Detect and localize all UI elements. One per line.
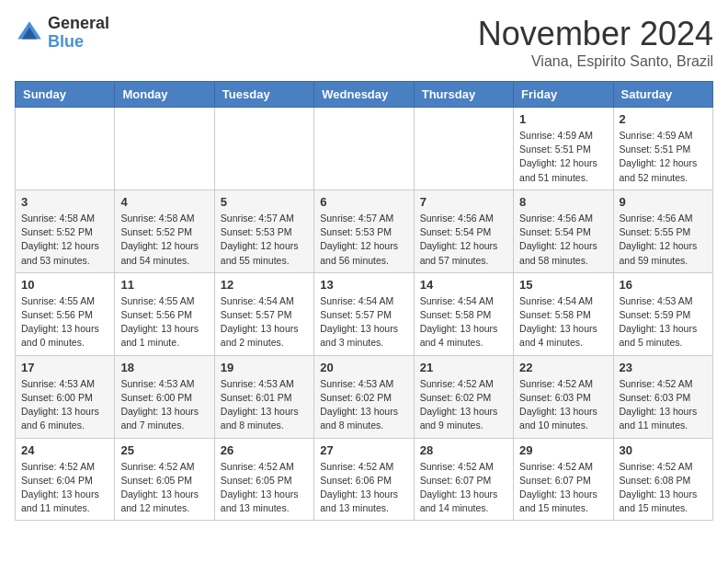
day-number: 28: [420, 443, 507, 457]
day-number: 4: [120, 195, 208, 209]
calendar-cell: 2Sunrise: 4:59 AM Sunset: 5:51 PM Daylig…: [613, 108, 712, 190]
calendar-header: SundayMondayTuesdayWednesdayThursdayFrid…: [16, 82, 713, 108]
day-info: Sunrise: 4:58 AM Sunset: 5:52 PM Dayligh…: [120, 212, 208, 268]
calendar-cell: 27Sunrise: 4:52 AM Sunset: 6:06 PM Dayli…: [314, 438, 414, 521]
day-number: 26: [221, 443, 308, 457]
day-number: 15: [519, 278, 607, 292]
calendar-cell: [16, 108, 115, 190]
header-cell-tuesday: Tuesday: [214, 82, 313, 108]
calendar-cell: [115, 108, 214, 190]
calendar-cell: 5Sunrise: 4:57 AM Sunset: 5:53 PM Daylig…: [214, 190, 313, 272]
day-number: 13: [320, 278, 407, 292]
month-title: November 2024: [478, 15, 713, 53]
day-info: Sunrise: 4:52 AM Sunset: 6:05 PM Dayligh…: [120, 460, 208, 516]
day-info: Sunrise: 4:52 AM Sunset: 6:07 PM Dayligh…: [519, 460, 607, 516]
calendar-table: SundayMondayTuesdayWednesdayThursdayFrid…: [15, 81, 713, 521]
calendar-cell: 18Sunrise: 4:53 AM Sunset: 6:00 PM Dayli…: [115, 355, 214, 438]
day-info: Sunrise: 4:56 AM Sunset: 5:54 PM Dayligh…: [420, 212, 507, 268]
calendar-row: 17Sunrise: 4:53 AM Sunset: 6:00 PM Dayli…: [16, 355, 713, 438]
calendar-cell: 4Sunrise: 4:58 AM Sunset: 5:52 PM Daylig…: [115, 190, 214, 272]
calendar-row: 3Sunrise: 4:58 AM Sunset: 5:52 PM Daylig…: [16, 190, 713, 272]
day-number: 27: [320, 443, 407, 457]
calendar-cell: 26Sunrise: 4:52 AM Sunset: 6:05 PM Dayli…: [214, 438, 313, 521]
calendar-cell: 16Sunrise: 4:53 AM Sunset: 5:59 PM Dayli…: [613, 272, 712, 355]
page-header: General Blue November 2024 Viana, Espiri…: [15, 15, 713, 70]
title-section: November 2024 Viana, Espirito Santo, Bra…: [478, 15, 713, 70]
calendar-cell: 10Sunrise: 4:55 AM Sunset: 5:56 PM Dayli…: [16, 272, 115, 355]
day-info: Sunrise: 4:55 AM Sunset: 5:56 PM Dayligh…: [21, 294, 108, 350]
calendar-cell: [414, 108, 513, 190]
calendar-body: 1Sunrise: 4:59 AM Sunset: 5:51 PM Daylig…: [16, 108, 713, 521]
day-info: Sunrise: 4:52 AM Sunset: 6:04 PM Dayligh…: [21, 460, 108, 516]
calendar-row: 10Sunrise: 4:55 AM Sunset: 5:56 PM Dayli…: [16, 272, 713, 355]
day-number: 24: [21, 443, 108, 457]
logo-blue: Blue: [48, 33, 109, 52]
calendar-cell: 21Sunrise: 4:52 AM Sunset: 6:02 PM Dayli…: [414, 355, 513, 438]
calendar-cell: 25Sunrise: 4:52 AM Sunset: 6:05 PM Dayli…: [115, 438, 214, 521]
day-number: 17: [21, 361, 108, 374]
logo: General Blue: [15, 15, 109, 52]
day-number: 8: [519, 195, 607, 209]
location: Viana, Espirito Santo, Brazil: [478, 53, 713, 70]
calendar-row: 24Sunrise: 4:52 AM Sunset: 6:04 PM Dayli…: [16, 438, 713, 521]
header-cell-saturday: Saturday: [613, 82, 712, 108]
calendar-cell: 20Sunrise: 4:53 AM Sunset: 6:02 PM Dayli…: [314, 355, 414, 438]
header-cell-monday: Monday: [115, 82, 214, 108]
day-number: 21: [420, 361, 507, 374]
day-info: Sunrise: 4:52 AM Sunset: 6:02 PM Dayligh…: [420, 377, 507, 433]
day-number: 11: [120, 278, 208, 292]
calendar-cell: 7Sunrise: 4:56 AM Sunset: 5:54 PM Daylig…: [414, 190, 513, 272]
day-info: Sunrise: 4:52 AM Sunset: 6:08 PM Dayligh…: [620, 460, 707, 516]
day-number: 16: [620, 278, 707, 292]
header-cell-wednesday: Wednesday: [314, 82, 414, 108]
day-number: 10: [21, 278, 108, 292]
calendar-cell: 19Sunrise: 4:53 AM Sunset: 6:01 PM Dayli…: [214, 355, 313, 438]
day-info: Sunrise: 4:54 AM Sunset: 5:58 PM Dayligh…: [420, 294, 507, 350]
day-info: Sunrise: 4:53 AM Sunset: 6:00 PM Dayligh…: [120, 377, 208, 433]
day-info: Sunrise: 4:52 AM Sunset: 6:07 PM Dayligh…: [420, 460, 507, 516]
day-info: Sunrise: 4:52 AM Sunset: 6:06 PM Dayligh…: [320, 460, 407, 516]
calendar-cell: 13Sunrise: 4:54 AM Sunset: 5:57 PM Dayli…: [314, 272, 414, 355]
calendar-cell: [214, 108, 313, 190]
day-info: Sunrise: 4:57 AM Sunset: 5:53 PM Dayligh…: [320, 212, 407, 268]
calendar-cell: 15Sunrise: 4:54 AM Sunset: 5:58 PM Dayli…: [514, 272, 613, 355]
day-number: 12: [221, 278, 308, 292]
day-info: Sunrise: 4:53 AM Sunset: 6:00 PM Dayligh…: [21, 377, 108, 433]
day-number: 18: [120, 361, 208, 374]
logo-general: General: [48, 15, 109, 33]
day-info: Sunrise: 4:54 AM Sunset: 5:57 PM Dayligh…: [221, 294, 308, 350]
header-cell-sunday: Sunday: [16, 82, 115, 108]
calendar-cell: 6Sunrise: 4:57 AM Sunset: 5:53 PM Daylig…: [314, 190, 414, 272]
day-number: 19: [221, 361, 308, 374]
day-number: 7: [420, 195, 507, 209]
day-number: 20: [320, 361, 407, 374]
day-info: Sunrise: 4:53 AM Sunset: 5:59 PM Dayligh…: [620, 294, 707, 350]
day-info: Sunrise: 4:52 AM Sunset: 6:05 PM Dayligh…: [221, 460, 308, 516]
calendar-cell: [314, 108, 414, 190]
calendar-cell: 28Sunrise: 4:52 AM Sunset: 6:07 PM Dayli…: [414, 438, 513, 521]
day-info: Sunrise: 4:54 AM Sunset: 5:57 PM Dayligh…: [320, 294, 407, 350]
calendar-cell: 11Sunrise: 4:55 AM Sunset: 5:56 PM Dayli…: [115, 272, 214, 355]
header-cell-friday: Friday: [514, 82, 613, 108]
day-number: 23: [620, 361, 707, 374]
day-number: 25: [120, 443, 208, 457]
calendar-cell: 8Sunrise: 4:56 AM Sunset: 5:54 PM Daylig…: [514, 190, 613, 272]
day-info: Sunrise: 4:56 AM Sunset: 5:54 PM Dayligh…: [519, 212, 607, 268]
day-number: 6: [320, 195, 407, 209]
calendar-cell: 1Sunrise: 4:59 AM Sunset: 5:51 PM Daylig…: [514, 108, 613, 190]
day-info: Sunrise: 4:57 AM Sunset: 5:53 PM Dayligh…: [221, 212, 308, 268]
calendar-cell: 29Sunrise: 4:52 AM Sunset: 6:07 PM Dayli…: [514, 438, 613, 521]
day-info: Sunrise: 4:53 AM Sunset: 6:02 PM Dayligh…: [320, 377, 407, 433]
day-info: Sunrise: 4:55 AM Sunset: 5:56 PM Dayligh…: [120, 294, 208, 350]
day-number: 5: [221, 195, 308, 209]
day-number: 3: [21, 195, 108, 209]
day-number: 1: [519, 112, 607, 126]
header-cell-thursday: Thursday: [414, 82, 513, 108]
logo-text: General Blue: [48, 15, 109, 52]
day-number: 9: [620, 195, 707, 209]
day-info: Sunrise: 4:56 AM Sunset: 5:55 PM Dayligh…: [620, 212, 707, 268]
calendar-cell: 3Sunrise: 4:58 AM Sunset: 5:52 PM Daylig…: [16, 190, 115, 272]
day-number: 14: [420, 278, 507, 292]
calendar-cell: 24Sunrise: 4:52 AM Sunset: 6:04 PM Dayli…: [16, 438, 115, 521]
day-info: Sunrise: 4:59 AM Sunset: 5:51 PM Dayligh…: [519, 129, 607, 185]
